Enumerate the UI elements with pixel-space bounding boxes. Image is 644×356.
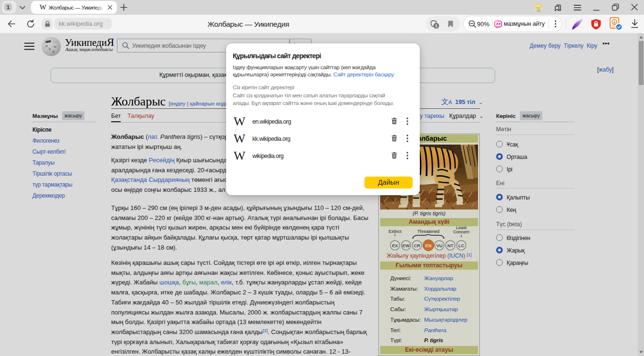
svg-text:1: 1 <box>435 23 437 28</box>
